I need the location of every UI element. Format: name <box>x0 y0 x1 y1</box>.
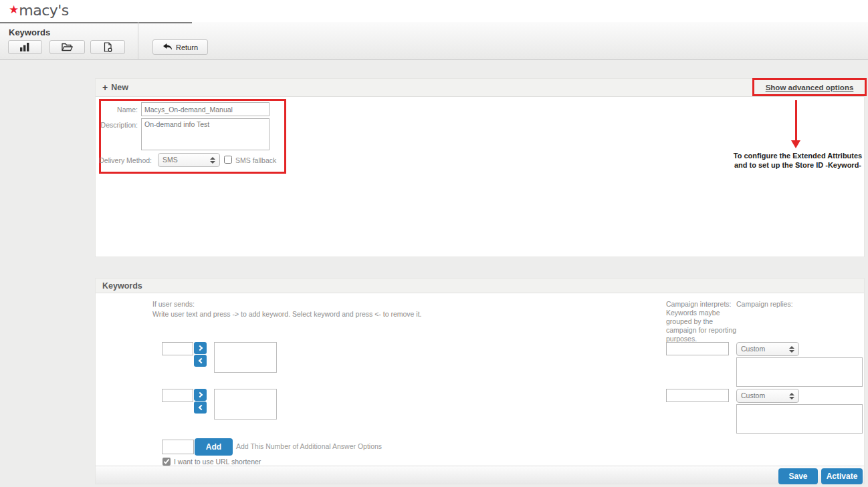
remove-keyword-button-2[interactable] <box>194 401 207 414</box>
keyword-listbox-1[interactable] <box>214 342 277 373</box>
brand-name: macy's <box>19 2 69 19</box>
campaign-interprets-input-2[interactable] <box>666 389 729 402</box>
add-keyword-button-1[interactable] <box>194 342 207 354</box>
chevron-right-icon <box>197 392 203 397</box>
new-campaign-panel: + New Name: Description: On-demand info … <box>95 78 865 257</box>
chevron-left-icon <box>199 405 204 410</box>
advanced-options-annotation-box: Show advanced options <box>752 78 867 96</box>
keywords-panel-title: Keywords <box>102 281 142 291</box>
return-button-label: Return <box>176 43 198 51</box>
reply-type-value-2: Custom <box>741 391 765 399</box>
sms-fallback-checkbox[interactable] <box>224 156 232 164</box>
description-label: Description: <box>100 121 138 129</box>
keywords-panel-header: Keywords <box>96 279 864 293</box>
campaign-interprets-note: Keywords maybe grouped by the campaign f… <box>666 309 736 343</box>
additional-answers-count-input[interactable] <box>162 440 194 454</box>
keywords-panel: Keywords If user sends: Write user text … <box>95 278 865 484</box>
url-shortener-checkbox[interactable] <box>162 458 171 466</box>
save-button[interactable]: Save <box>778 468 818 484</box>
annotation-arrow-line <box>795 100 797 141</box>
new-document-button[interactable] <box>90 40 125 54</box>
top-bar: ★macy's <box>0 0 868 22</box>
bar-chart-icon <box>20 43 30 51</box>
name-field[interactable] <box>141 102 269 116</box>
campaign-interprets-label: Campaign interprets: <box>666 300 731 308</box>
reports-button[interactable] <box>8 40 42 54</box>
reply-type-value-1: Custom <box>741 345 765 353</box>
campaign-replies-label: Campaign replies: <box>736 300 793 308</box>
remove-keyword-button-1[interactable] <box>194 355 207 367</box>
toolbar-left-group: Keywords <box>0 22 138 60</box>
annotation-note-line1: To configure the Extended Attributes <box>731 151 865 160</box>
folder-icon <box>62 43 73 51</box>
new-panel-header: + New <box>96 79 864 97</box>
description-field[interactable]: On-demand info Test <box>141 118 269 150</box>
keyword-instructions: Write user text and press -> to add keyw… <box>152 310 422 318</box>
toolbar-title: Keywords <box>9 27 50 37</box>
select-stepper-icon <box>789 346 794 353</box>
show-advanced-options-link[interactable]: Show advanced options <box>766 84 854 92</box>
campaign-reply-textarea-2[interactable] <box>736 404 863 434</box>
chevron-left-icon <box>199 358 204 363</box>
plus-icon: + <box>102 82 108 93</box>
annotation-note: To configure the Extended Attributes and… <box>731 151 865 170</box>
new-file-icon <box>103 42 113 52</box>
campaign-interprets-block: Campaign interprets: Keywords maybe grou… <box>666 300 738 343</box>
name-label: Name: <box>100 106 138 114</box>
panel-footer <box>96 466 864 484</box>
keyword-entry-input-1[interactable] <box>162 342 193 355</box>
annotation-arrow-head <box>791 140 800 148</box>
return-button[interactable]: Return <box>152 39 208 55</box>
macys-logo: ★macy's <box>9 2 69 19</box>
keyword-entry-input-2[interactable] <box>162 389 193 402</box>
reply-type-select-2[interactable]: Custom <box>736 389 799 403</box>
keyword-listbox-2[interactable] <box>214 389 277 420</box>
add-keyword-button-2[interactable] <box>194 389 207 401</box>
open-folder-button[interactable] <box>49 40 85 54</box>
select-stepper-icon <box>210 157 215 164</box>
page: ★macy's Keywords <box>0 0 868 487</box>
if-user-sends-label: If user sends: <box>152 300 195 308</box>
add-note: Add This Number of Additional Answer Opt… <box>236 442 382 450</box>
delivery-method-label: Delivery Method: <box>97 156 152 164</box>
annotation-note-line2: and to set up the Store ID -Keyword- <box>731 160 865 170</box>
star-icon: ★ <box>9 3 19 16</box>
activate-button[interactable]: Activate <box>821 468 863 484</box>
delivery-method-value: SMS <box>162 156 178 164</box>
campaign-reply-textarea-1[interactable] <box>736 357 863 387</box>
reply-type-select-1[interactable]: Custom <box>736 342 799 356</box>
delivery-method-select[interactable]: SMS <box>158 153 220 167</box>
select-stepper-icon <box>789 393 794 399</box>
new-panel-title: New <box>111 83 128 92</box>
toolbar: Keywords Return <box>0 22 868 60</box>
return-arrow-icon <box>162 41 173 53</box>
add-button[interactable]: Add <box>195 438 233 456</box>
chevron-right-icon <box>197 345 203 351</box>
url-shortener-label: I want to use URL shortener <box>174 458 261 466</box>
campaign-interprets-input-1[interactable] <box>666 342 729 355</box>
sms-fallback-label: SMS fallback <box>235 156 276 164</box>
